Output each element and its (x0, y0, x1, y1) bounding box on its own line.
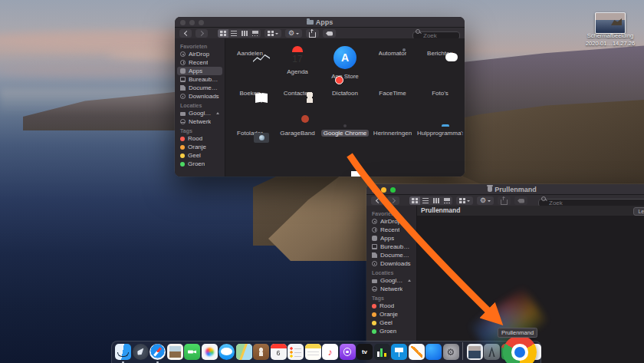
globe-icon (372, 286, 377, 292)
app-item-automator[interactable]: Automator (369, 43, 416, 83)
empty-trash-button[interactable]: Leeg (633, 207, 644, 216)
dock-messages-icon[interactable] (219, 344, 235, 360)
dock-launchpad-icon[interactable] (133, 344, 149, 360)
app-item-fotolader[interactable]: Fotolader (226, 123, 274, 163)
icon-view-button[interactable] (409, 196, 420, 205)
back-button[interactable] (179, 29, 192, 38)
dock-keynote-icon[interactable] (391, 344, 407, 360)
app-item-partial-3[interactable] (321, 163, 369, 177)
sidebar-item-netwerk[interactable]: Netwerk (175, 117, 225, 126)
app-item-partial-1[interactable] (226, 163, 274, 177)
app-item-garageband[interactable]: GarageBand (274, 123, 321, 163)
app-item-hulpprogrammas[interactable]: Hulpprogramma's (416, 123, 464, 163)
dock-finder-icon[interactable] (115, 344, 131, 360)
chevron-down-icon (296, 33, 299, 36)
close-button[interactable] (180, 20, 186, 25)
action-menu-button[interactable] (477, 196, 494, 205)
minimize-button[interactable] (189, 20, 195, 25)
sidebar-item-downloads[interactable]: Downloads (175, 92, 225, 101)
sidebar-item-apps[interactable]: Apps (177, 67, 222, 75)
eject-icon[interactable] (408, 278, 411, 282)
dock-pages-icon[interactable] (409, 344, 425, 360)
forward-button[interactable] (196, 29, 208, 38)
dragged-google-chrome-icon[interactable] (503, 335, 537, 363)
dock-music-icon[interactable] (322, 344, 338, 360)
app-item-facetime[interactable]: FaceTime (369, 83, 416, 123)
sidebar-item-bureaublad[interactable]: Bureaublad (366, 243, 416, 251)
app-item-fotos[interactable]: Foto's (416, 83, 464, 123)
dock-system-preferences-icon[interactable] (443, 344, 459, 360)
app-item-partial-2[interactable] (274, 163, 321, 177)
dock-safari-icon[interactable] (150, 344, 166, 360)
close-button[interactable] (372, 187, 377, 193)
sidebar-tag-groen[interactable]: Groen (366, 327, 416, 335)
group-button[interactable] (264, 29, 281, 38)
dock-numbers-icon[interactable] (374, 344, 390, 360)
group-button[interactable] (456, 196, 473, 205)
app-item-contacten[interactable]: Contacten (274, 83, 321, 123)
app-item-agenda[interactable]: 17Agenda (274, 43, 321, 83)
dock-podcasts-icon[interactable] (340, 344, 356, 360)
dock-notes-icon[interactable] (305, 344, 321, 360)
sidebar-tag-groen[interactable]: Groen (175, 160, 225, 168)
share-button[interactable] (306, 29, 319, 38)
sidebar-item-recent[interactable]: Recent (175, 58, 225, 67)
dock-screenshot-file-icon[interactable] (467, 344, 483, 360)
column-view-button[interactable] (239, 29, 250, 38)
sidebar-item-documenten[interactable]: Documenten (175, 84, 225, 92)
sidebar-item-bureaublad[interactable]: Bureaublad (175, 75, 225, 84)
app-item-berichten[interactable]: Berichten (416, 43, 464, 83)
dock-facetime-icon[interactable] (184, 344, 200, 360)
sidebar-item-netwerk[interactable]: Netwerk (366, 285, 416, 293)
sidebar-item-google-drive[interactable]: Google… (175, 109, 225, 117)
dock-app-store-icon[interactable] (426, 344, 442, 360)
minimize-button[interactable] (381, 187, 386, 193)
dock-photos-icon[interactable] (202, 344, 218, 360)
sidebar-item-airdrop[interactable]: AirDrop (175, 50, 225, 58)
app-item-app-store[interactable]: AApp Store (321, 43, 369, 83)
eject-icon[interactable] (216, 111, 219, 114)
list-view-button[interactable] (420, 196, 431, 205)
forward-button[interactable] (387, 196, 399, 205)
sidebar-item-apps[interactable]: Apps (366, 234, 416, 243)
desktop-screenshot-file[interactable] (595, 12, 626, 34)
sidebar-tag-geel[interactable]: Geel (366, 318, 416, 327)
favorites-header: Favorieten (366, 209, 416, 217)
app-item-aandelen[interactable]: Aandelen (226, 43, 274, 83)
zoom-button[interactable] (199, 20, 204, 25)
app-item-boeken[interactable]: Boeken (226, 83, 274, 123)
sidebar-item-downloads[interactable]: Downloads (366, 259, 416, 268)
sidebar-tag-oranje[interactable]: Oranje (175, 143, 225, 151)
sidebar-item-recent[interactable]: Recent (366, 226, 416, 234)
dock-maps-icon[interactable] (236, 344, 252, 360)
dock-mail-icon[interactable] (167, 344, 183, 360)
gallery-view-button[interactable] (250, 29, 261, 38)
sidebar-tag-oranje[interactable]: Oranje (366, 310, 416, 318)
zoom-button[interactable] (390, 187, 396, 193)
app-item-dictafoon[interactable]: Dictafoon (321, 83, 369, 123)
gallery-view-button[interactable] (442, 196, 452, 205)
dock-reminders-icon[interactable] (288, 344, 304, 360)
apps-icon (372, 236, 377, 241)
action-menu-button[interactable] (285, 29, 302, 38)
app-item-google-chrome-selected[interactable]: Google Chrome (321, 123, 369, 163)
app-item-herinneringen[interactable]: Herinneringen (369, 123, 416, 163)
dock-calendar-icon[interactable]: 6 (271, 344, 287, 360)
sidebar-item-documenten[interactable]: Documenten (366, 251, 416, 259)
column-view-button[interactable] (431, 196, 442, 205)
list-view-button[interactable] (228, 29, 239, 38)
sidebar-tag-rood[interactable]: Rood (175, 134, 225, 143)
share-button[interactable] (498, 196, 511, 205)
dock-contacts-icon[interactable] (253, 344, 269, 360)
sidebar-item-google-drive[interactable]: Google… (366, 276, 416, 285)
app-item-partial-4[interactable] (369, 163, 416, 177)
dock-tv-icon[interactable]: tv (356, 344, 373, 360)
sidebar-tag-geel[interactable]: Geel (175, 151, 225, 160)
tags-button[interactable] (514, 196, 527, 205)
app-item-partial-5[interactable] (416, 163, 464, 177)
tags-button[interactable] (323, 29, 336, 38)
back-button[interactable] (371, 196, 383, 205)
sidebar-item-airdrop[interactable]: AirDrop (366, 217, 416, 226)
sidebar-tag-rood[interactable]: Rood (366, 302, 416, 310)
icon-view-button[interactable] (218, 29, 228, 38)
